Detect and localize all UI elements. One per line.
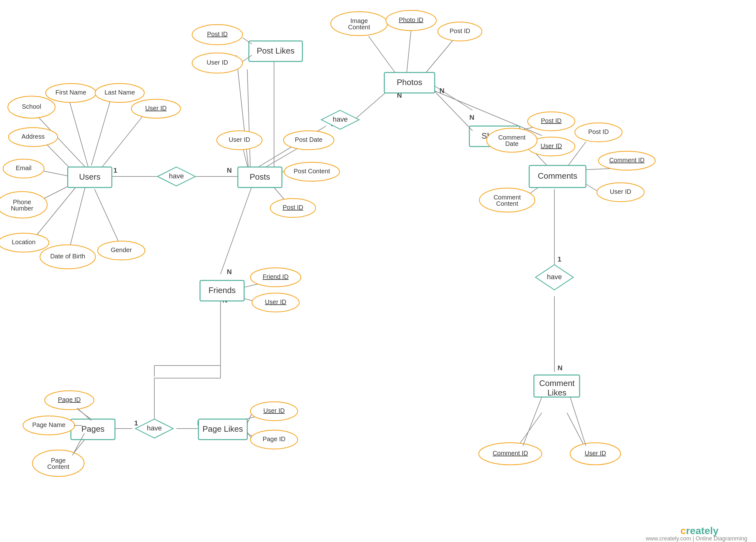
attr-photos-postid-label: Post ID <box>450 27 470 34</box>
attr-photos-photoid-label: Photo ID <box>399 16 423 23</box>
attr-photos-imagecontent-label1: Image <box>350 17 368 24</box>
attr-postlikes-postid-label: Post ID <box>207 31 228 37</box>
attr-comments-commentcontent-label2: Content <box>496 200 518 207</box>
attr-posts-postid-label: Post ID <box>283 204 303 211</box>
attr-users-location-label: Location <box>12 238 36 245</box>
attr-comments-commentdate-label1: Comment <box>498 134 526 141</box>
entity-photos-label: Photos <box>397 77 422 87</box>
attr-comments-userid-label: User ID <box>610 188 631 195</box>
attr-comments-postid-label: Post ID <box>588 128 609 135</box>
entity-comment-likes-label1: Comment <box>539 379 575 388</box>
svg-text:N: N <box>439 87 444 94</box>
svg-line-1 <box>69 101 88 167</box>
svg-line-2 <box>91 101 110 165</box>
svg-line-19 <box>247 69 250 172</box>
attr-comments-commentid-label: Comment ID <box>609 157 644 163</box>
svg-text:N: N <box>227 166 232 174</box>
attr-comments-commentcontent-label1: Comment <box>494 194 521 201</box>
entity-pages-label: Pages <box>81 424 105 434</box>
attr-photos-imagecontent-label2: Content <box>348 24 370 31</box>
rel-have3-label: have <box>547 273 562 281</box>
svg-line-22 <box>406 30 411 76</box>
attr-comments-commentdate-label2: Date <box>505 140 518 147</box>
rel-have2-label: have <box>333 115 348 123</box>
attr-users-phonenumber-label1: Phone <box>13 198 31 205</box>
svg-line-23 <box>422 39 454 77</box>
entity-comment-likes-label2: Likes <box>547 388 567 397</box>
attr-pages-pagecontent-label2: Content <box>47 463 69 470</box>
svg-line-8 <box>69 187 85 249</box>
attr-shares-postid-label: Post ID <box>541 117 562 124</box>
svg-line-3 <box>101 113 145 168</box>
rel-have1-label: have <box>169 172 184 180</box>
svg-text:N: N <box>227 268 232 276</box>
attr-pagelikes-pageid-label: Page ID <box>263 436 285 442</box>
svg-line-71 <box>570 397 586 446</box>
attr-users-lastname-label: Last Name <box>105 89 135 96</box>
svg-text:1: 1 <box>134 419 138 427</box>
attr-pages-pageid-label: Page ID <box>58 396 81 403</box>
entity-post-likes-label: Post Likes <box>257 46 295 55</box>
svg-line-68 <box>247 414 251 424</box>
entity-comments-label: Comments <box>538 171 577 180</box>
entity-users-label: Users <box>79 172 100 181</box>
attr-users-phonenumber-label2: Number <box>11 205 33 212</box>
svg-line-37 <box>221 186 252 274</box>
entity-posts-label: Posts <box>249 172 270 181</box>
attr-commentlikes-commentid-label: Comment ID <box>493 450 528 457</box>
entity-friends-label: Friends <box>209 286 236 295</box>
attr-friends-friendid-label: Friend ID <box>263 273 289 280</box>
svg-line-9 <box>95 189 120 244</box>
attr-pages-pagecontent-label1: Page <box>51 457 66 464</box>
attr-users-firstname-label: First Name <box>55 89 86 96</box>
svg-line-36 <box>567 413 584 446</box>
attr-posts-userid-label: User ID <box>229 136 250 143</box>
attr-users-userid-label: User ID <box>145 105 167 111</box>
svg-text:1: 1 <box>113 166 117 174</box>
attr-users-school-label: School <box>22 103 41 110</box>
watermark: www.creately.com | Online Diagramming <box>645 535 747 542</box>
attr-friends-userid-label: User ID <box>265 299 286 305</box>
attr-pages-pagename-label: Page Name <box>32 421 66 428</box>
attr-users-address-label: Address <box>21 133 44 140</box>
attr-posts-postcontent-label: Post Content <box>294 168 330 174</box>
attr-commentlikes-userid-label: User ID <box>585 450 606 457</box>
attr-pagelikes-userid-label: User ID <box>263 407 285 414</box>
brand-creately: creately <box>680 525 719 536</box>
svg-line-70 <box>523 397 542 446</box>
attr-users-gender-label: Gender <box>111 246 132 253</box>
svg-text:N: N <box>558 364 563 372</box>
entity-page-likes-label: Page Likes <box>203 424 243 434</box>
attr-users-dateofbirth-label: Date of Birth <box>50 253 85 259</box>
attr-postlikes-userid-label: User ID <box>207 59 228 66</box>
attr-posts-postdate-label: Post Date <box>295 136 323 143</box>
attr-users-email-label: Email <box>16 164 31 171</box>
svg-line-75 <box>435 91 473 131</box>
svg-text:1: 1 <box>558 255 561 263</box>
svg-text:N: N <box>469 113 474 121</box>
svg-line-21 <box>369 36 398 77</box>
attr-shares-userid-label: User ID <box>541 142 562 149</box>
er-diagram: 1 N N 1 N N N N 1 N 1 N N Post Likes Pho… <box>0 0 756 542</box>
rel-have4-label: have <box>147 424 162 432</box>
svg-line-35 <box>518 413 542 446</box>
svg-line-18 <box>236 55 249 172</box>
